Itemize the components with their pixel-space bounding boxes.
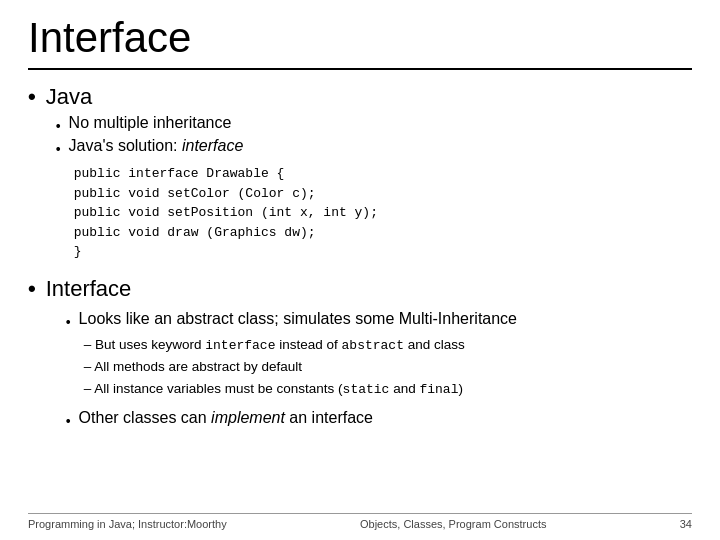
code-line-3: public void setPosition (int x, int y); [74, 203, 378, 223]
no-multiple-text: No multiple inheritance [69, 114, 232, 132]
java-section: • Java • No multiple inheritance • Java'… [28, 84, 692, 262]
java-label: Java [46, 84, 378, 110]
footer-page: 34 [680, 518, 692, 530]
interface-label: Interface [46, 276, 517, 302]
dash-item-2: – All methods are abstract by default [84, 356, 517, 378]
java-bullet: • [28, 86, 36, 108]
code-line-5: } [74, 242, 378, 262]
footer: Programming in Java; Instructor:Moorthy … [28, 513, 692, 530]
interface-content: Interface • Looks like an abstract class… [46, 276, 517, 429]
code-block: public interface Drawable { public void … [74, 164, 378, 262]
no-multiple-item: • No multiple inheritance [56, 114, 378, 134]
other-bullet: • [66, 413, 71, 429]
javas-solution-italic: interface [182, 137, 243, 154]
looks-like-row: • Looks like an abstract class; simulate… [66, 310, 517, 330]
footer-center: Objects, Classes, Program Constructs [360, 518, 546, 530]
interface-sub: • Looks like an abstract class; simulate… [66, 310, 517, 429]
other-text: Other classes can implement an interface [79, 409, 373, 427]
slide-title: Interface [28, 14, 692, 70]
looks-text: Looks like an abstract class; simulates … [79, 310, 517, 328]
dash-item-3: – All instance variables must be constan… [84, 378, 517, 400]
looks-bullet: • [66, 314, 71, 330]
interface-bullet: • [28, 278, 36, 300]
javas-solution-plain: Java's solution: [69, 137, 182, 154]
content-area: • Java • No multiple inheritance • Java'… [28, 84, 692, 513]
javas-solution-text: Java's solution: interface [69, 137, 244, 155]
java-content: Java • No multiple inheritance • Java's … [46, 84, 378, 262]
javas-solution-bullet: • [56, 141, 61, 157]
code-line-4: public void draw (Graphics dw); [74, 223, 378, 243]
java-sub-items: • No multiple inheritance • Java's solut… [56, 114, 378, 262]
dash-item-1: – But uses keyword interface instead of … [84, 334, 517, 356]
code-line-2: public void setColor (Color c); [74, 184, 378, 204]
interface-section: • Interface • Looks like an abstract cla… [28, 276, 692, 429]
other-row: • Other classes can implement an interfa… [66, 409, 517, 429]
dash-items: – But uses keyword interface instead of … [84, 334, 517, 401]
slide: Interface • Java • No multiple inheritan… [0, 0, 720, 540]
no-multiple-bullet: • [56, 118, 61, 134]
footer-left: Programming in Java; Instructor:Moorthy [28, 518, 227, 530]
javas-solution-item: • Java's solution: interface [56, 137, 378, 157]
code-line-1: public interface Drawable { [74, 164, 378, 184]
